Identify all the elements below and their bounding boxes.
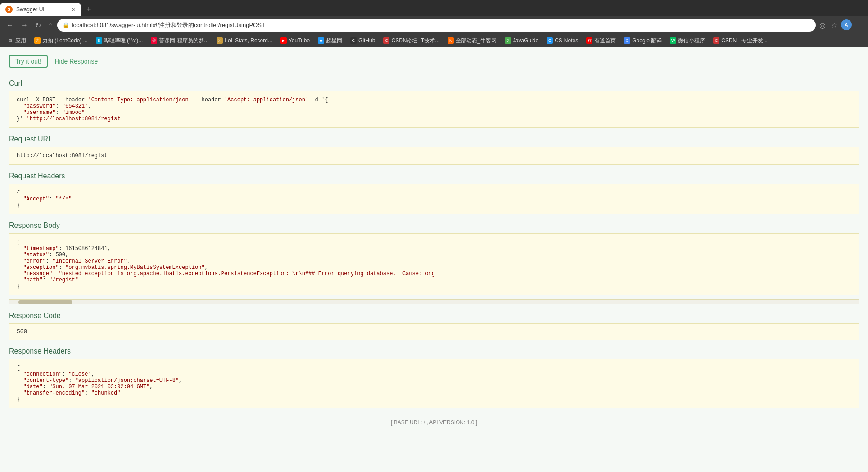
response-code-box: 500 — [9, 323, 859, 340]
request-headers-label: Request Headers — [9, 172, 859, 180]
bookmark-label: 微信小程序 — [678, 37, 705, 45]
response-body-code-box: { "timestamp": 1615086124841, "status": … — [9, 233, 859, 295]
refresh-button[interactable]: ↻ — [32, 19, 44, 32]
tab-bar: S Swagger UI × + — [0, 0, 868, 16]
bookmark-label: YouTube — [289, 37, 310, 44]
bookmark-label: 普课网-程序员的梦... — [159, 37, 208, 45]
bookmark-csdn[interactable]: C CSDN论坛-IT技术... — [380, 36, 443, 45]
lol-favicon: ⚔ — [217, 37, 223, 44]
menu-button[interactable]: ⋮ — [854, 19, 864, 32]
try-it-section: Try it out! Hide Response — [9, 50, 859, 72]
tab-favicon: S — [5, 6, 13, 13]
browser-chrome: S Swagger UI × + ← → ↻ ⌂ 🔒 localhost:808… — [0, 0, 868, 47]
bilibili-favicon: B — [96, 37, 102, 44]
javaguide-favicon: J — [505, 37, 511, 44]
hide-response-link[interactable]: Hide Response — [54, 58, 98, 65]
response-code-label: Response Code — [9, 312, 859, 320]
niuke-favicon: N — [448, 37, 454, 44]
bookmark-label: CS-Notes — [555, 37, 578, 44]
address-text: localhost:8081/swagger-ui.html#!/注册和登录的c… — [72, 21, 810, 29]
csdn2-favicon: C — [713, 37, 719, 44]
request-url-code-box: http://localhost:8081/regist — [9, 147, 859, 165]
status-bar: [ BASE URL: / , API VERSION: 1.0 ] — [9, 418, 859, 427]
bookmark-label: CSDN论坛-IT技术... — [391, 37, 439, 45]
bookmark-label: JavaGuide — [513, 37, 538, 44]
github-favicon: G — [350, 37, 357, 44]
bookmark-label: 力扣 (LeetCode) ... — [42, 37, 88, 45]
bookmarks-bar: ⊞ 应用 力 力扣 (LeetCode) ... B 哔哩哔哩 ('·'ω)..… — [0, 34, 868, 47]
tab-close-button[interactable]: × — [72, 6, 76, 13]
bookmark-leetcode[interactable]: 力 力扣 (LeetCode) ... — [31, 36, 91, 45]
bookmark-chaoxing[interactable]: ★ 超星网 — [314, 36, 346, 45]
bookmark-csdn2[interactable]: C CSDN - 专业开发... — [710, 36, 771, 45]
response-body-section: Response Body { "timestamp": 16150861248… — [9, 222, 859, 304]
response-body-label: Response Body — [9, 222, 859, 230]
bookmark-label: 哔哩哔哩 ('·'ω)... — [104, 37, 143, 45]
extensions-button[interactable]: ◎ — [818, 19, 827, 32]
tab-title: Swagger UI — [16, 6, 67, 13]
profile-button[interactable]: A — [841, 19, 852, 30]
forward-button[interactable]: → — [18, 19, 31, 31]
bookmark-label: LoL Stats, Record... — [225, 37, 272, 44]
bookmark-niuke[interactable]: N 全部动态_牛客网 — [444, 36, 500, 45]
bookmark-label: 应用 — [15, 37, 26, 45]
bookmark-label: Google 翻译 — [632, 37, 662, 45]
nav-actions: ◎ ☆ A ⋮ — [818, 19, 864, 32]
wechat-mini-favicon: W — [670, 37, 676, 44]
apps-favicon: ⊞ — [7, 37, 14, 44]
status-bar-text: BASE URL: / , API VERSION: 1.0 — [394, 419, 475, 426]
response-headers-code-box: { "connection": "close", "content-type":… — [9, 359, 859, 408]
address-bar[interactable]: 🔒 localhost:8081/swagger-ui.html#!/注册和登录… — [57, 19, 816, 32]
csdn-favicon: C — [383, 37, 389, 44]
back-button[interactable]: ← — [4, 19, 16, 31]
bookmark-label: 超星网 — [326, 37, 342, 45]
bookmark-label: 全部动态_牛客网 — [456, 37, 497, 45]
bookmark-label: CSDN - 专业开发... — [721, 37, 768, 45]
bookmark-label: 有道首页 — [594, 37, 616, 45]
bookmark-github[interactable]: G GitHub — [347, 36, 379, 45]
bookmark-lol[interactable]: ⚔ LoL Stats, Record... — [213, 36, 276, 45]
response-headers-section: Response Headers { "connection": "close"… — [9, 347, 859, 408]
bookmark-label: GitHub — [358, 37, 375, 44]
response-code-section: Response Code 500 — [9, 312, 859, 340]
csnotes-favicon: C — [547, 37, 553, 44]
bookmark-csnotes[interactable]: C CS-Notes — [543, 36, 582, 45]
try-it-out-button[interactable]: Try it out! — [9, 55, 48, 68]
chaoxing-favicon: ★ — [318, 37, 324, 44]
request-url-section: Request URL http://localhost:8081/regist — [9, 135, 859, 165]
response-body-scrollbar[interactable] — [9, 299, 859, 304]
bookmark-youtube[interactable]: ▶ YouTube — [277, 36, 313, 45]
google-translate-favicon: G — [624, 37, 630, 44]
request-headers-code-box: { "Accept": "*/*" } — [9, 184, 859, 214]
request-headers-section: Request Headers { "Accept": "*/*" } — [9, 172, 859, 214]
bookmark-javaguide[interactable]: J JavaGuide — [501, 36, 542, 45]
bookmark-puke[interactable]: 普 普课网-程序员的梦... — [147, 36, 212, 45]
response-headers-label: Response Headers — [9, 347, 859, 355]
leetcode-favicon: 力 — [34, 37, 41, 44]
curl-code-box: curl -X POST --header 'Content-Type: app… — [9, 91, 859, 128]
puke-favicon: 普 — [151, 37, 157, 44]
bookmark-bilibili[interactable]: B 哔哩哔哩 ('·'ω)... — [92, 36, 147, 45]
bookmark-google-translate[interactable]: G Google 翻译 — [620, 36, 665, 45]
bookmark-youdao[interactable]: 有 有道首页 — [583, 36, 619, 45]
youdao-favicon: 有 — [586, 37, 592, 44]
nav-bar: ← → ↻ ⌂ 🔒 localhost:8081/swagger-ui.html… — [0, 16, 868, 34]
request-url-label: Request URL — [9, 135, 859, 143]
scrollbar-thumb — [18, 300, 72, 304]
new-tab-button[interactable]: + — [83, 5, 95, 14]
curl-section: Curl curl -X POST --header 'Content-Type… — [9, 79, 859, 128]
home-button[interactable]: ⌂ — [45, 19, 55, 31]
bookmark-apps[interactable]: ⊞ 应用 — [4, 36, 30, 45]
active-tab[interactable]: S Swagger UI × — [0, 3, 81, 16]
bookmark-wechat-mini[interactable]: W 微信小程序 — [666, 36, 709, 45]
page-content: Try it out! Hide Response Curl curl -X P… — [0, 47, 868, 472]
youtube-favicon: ▶ — [280, 37, 287, 44]
curl-label: Curl — [9, 79, 859, 87]
bookmark-button[interactable]: ☆ — [829, 19, 839, 32]
